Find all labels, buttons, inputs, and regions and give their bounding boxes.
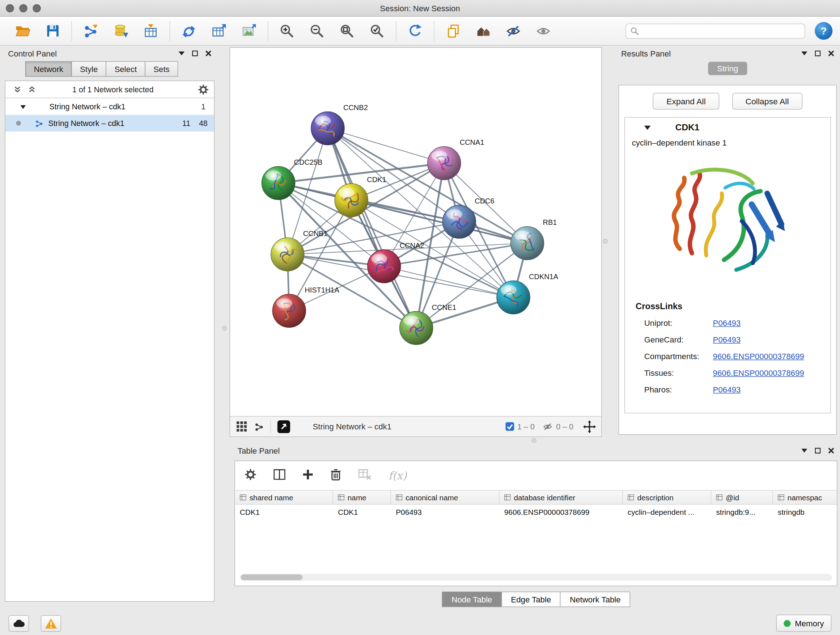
- cell-namespace[interactable]: stringdb: [773, 505, 837, 519]
- network-options-button[interactable]: [198, 84, 209, 95]
- column-header[interactable]: description: [622, 491, 711, 504]
- show-columns-button[interactable]: [273, 469, 286, 482]
- toolbar-search[interactable]: [625, 24, 805, 39]
- panel-float-button[interactable]: [192, 50, 198, 56]
- import-network-from-file-button[interactable]: [76, 18, 106, 44]
- warnings-button[interactable]: [41, 615, 61, 632]
- panel-close-button[interactable]: [205, 50, 211, 56]
- fit-content-button[interactable]: [583, 420, 596, 433]
- crosslink-link[interactable]: P06493: [713, 335, 741, 344]
- tab-sets[interactable]: Sets: [145, 61, 178, 77]
- column-header[interactable]: namespac: [773, 491, 837, 504]
- column-header[interactable]: @id: [711, 491, 773, 504]
- column-header[interactable]: canonical name: [391, 491, 500, 504]
- cell-description[interactable]: cyclin–dependent ...: [622, 505, 711, 519]
- expand-all-networks-button[interactable]: [28, 86, 35, 93]
- vertical-splitter-handle[interactable]: [603, 239, 608, 244]
- zoom-in-button[interactable]: [272, 18, 302, 44]
- zoom-selected-button[interactable]: [362, 18, 392, 44]
- column-header[interactable]: shared name: [235, 491, 333, 504]
- network-node-rb1[interactable]: [511, 226, 544, 260]
- network-edge[interactable]: [328, 128, 444, 163]
- panel-menu-button[interactable]: [801, 51, 807, 55]
- panel-float-button[interactable]: [815, 50, 821, 56]
- network-node-ccna2[interactable]: [368, 249, 401, 283]
- vertical-splitter-handle[interactable]: [222, 326, 227, 331]
- expand-all-button[interactable]: Expand All: [653, 93, 719, 110]
- save-session-button[interactable]: [38, 18, 68, 44]
- network-node-ccnb1[interactable]: [271, 238, 304, 271]
- export-table-button[interactable]: [204, 18, 234, 44]
- collapse-all-button[interactable]: Collapse All: [732, 93, 802, 110]
- tab-string[interactable]: String: [708, 62, 747, 75]
- network-node-cdc6[interactable]: [442, 205, 476, 238]
- table-row[interactable]: CDK1 CDK1 P06493 9606.ENSP00000378699 cy…: [235, 505, 837, 519]
- gene-card-expander[interactable]: [644, 125, 651, 130]
- network-collection-row[interactable]: String Network – cdk1 1: [5, 98, 214, 115]
- open-session-button[interactable]: [8, 18, 38, 44]
- delete-table-button-disabled[interactable]: [358, 469, 371, 482]
- network-node-ccnb2[interactable]: [311, 111, 344, 145]
- export-network-button[interactable]: [278, 420, 291, 433]
- import-network-from-database-button[interactable]: [106, 18, 136, 44]
- home-view-button[interactable]: [468, 18, 498, 44]
- network-node-cdk1[interactable]: [335, 184, 368, 217]
- cell-database-identifier[interactable]: 9606.ENSP00000378699: [499, 505, 622, 519]
- zoom-out-button[interactable]: [302, 18, 332, 44]
- cloud-status-button[interactable]: [9, 615, 29, 632]
- cell-name[interactable]: CDK1: [333, 505, 391, 519]
- scrollbar-thumb[interactable]: [241, 575, 303, 580]
- crosslink-link[interactable]: 9606.ENSP00000378699: [713, 352, 804, 361]
- selected-nodes-checkbox[interactable]: [505, 422, 514, 431]
- network-node-hist1h1a[interactable]: [272, 295, 306, 328]
- network-node-ccna1[interactable]: [428, 147, 461, 180]
- network-node-cdkn1a[interactable]: [497, 280, 530, 314]
- panel-menu-button[interactable]: [179, 51, 185, 55]
- function-builder-button[interactable]: f(x): [388, 469, 407, 482]
- new-network-from-selection-button[interactable]: [174, 18, 204, 44]
- tree-expander-icon[interactable]: [20, 104, 26, 109]
- zoom-window-button[interactable]: [33, 4, 41, 12]
- tab-select[interactable]: Select: [106, 61, 145, 77]
- delete-column-button[interactable]: [330, 469, 341, 483]
- network-node-cdc25b[interactable]: [262, 166, 295, 200]
- column-header[interactable]: database identifier: [499, 491, 622, 504]
- column-header[interactable]: name: [333, 491, 391, 504]
- tab-network[interactable]: Network: [25, 61, 72, 77]
- crosslink-link[interactable]: P06493: [713, 385, 741, 394]
- show-all-button[interactable]: [529, 18, 559, 44]
- tab-network-table[interactable]: Network Table: [560, 592, 630, 607]
- hidden-elements-indicator[interactable]: [542, 422, 553, 432]
- birds-eye-view-button[interactable]: [237, 421, 247, 432]
- panel-close-button[interactable]: [828, 50, 834, 56]
- apply-layout-button[interactable]: [400, 18, 430, 44]
- import-table-from-file-button[interactable]: [136, 18, 166, 44]
- memory-button[interactable]: Memory: [776, 615, 831, 632]
- network-row-selected[interactable]: String Network – cdk1 11 48: [5, 115, 214, 131]
- help-button[interactable]: ?: [815, 22, 832, 40]
- network-node-ccne1[interactable]: [400, 311, 433, 345]
- export-image-button[interactable]: [234, 18, 264, 44]
- horizontal-scrollbar[interactable]: [240, 574, 832, 581]
- create-column-button[interactable]: [302, 469, 313, 482]
- tab-edge-table[interactable]: Edge Table: [501, 592, 561, 607]
- table-options-button[interactable]: [245, 469, 256, 483]
- panel-float-button[interactable]: [815, 448, 821, 453]
- cell-canonical-name[interactable]: P06493: [391, 505, 500, 519]
- collapse-all-networks-button[interactable]: [14, 86, 21, 93]
- tab-style[interactable]: Style: [71, 61, 106, 77]
- cell-id[interactable]: stringdb:9...: [711, 505, 773, 519]
- horizontal-splitter-handle[interactable]: [531, 438, 536, 443]
- close-window-button[interactable]: [6, 4, 14, 12]
- copy-button[interactable]: [438, 18, 468, 44]
- minimize-window-button[interactable]: [19, 4, 27, 12]
- network-overview-button[interactable]: [254, 422, 264, 432]
- search-input[interactable]: [642, 26, 800, 36]
- zoom-fit-button[interactable]: [332, 18, 362, 44]
- tab-node-table[interactable]: Node Table: [442, 592, 502, 607]
- crosslink-link[interactable]: 9606.ENSP00000378699: [713, 368, 804, 377]
- network-canvas[interactable]: CCNB2CCNA1CDC25BCDK1CDC6RB1CCNB1CCNA2CDK…: [230, 48, 601, 416]
- cell-shared-name[interactable]: CDK1: [235, 505, 333, 519]
- panel-close-button[interactable]: [828, 448, 834, 453]
- hide-selected-button[interactable]: [498, 18, 528, 44]
